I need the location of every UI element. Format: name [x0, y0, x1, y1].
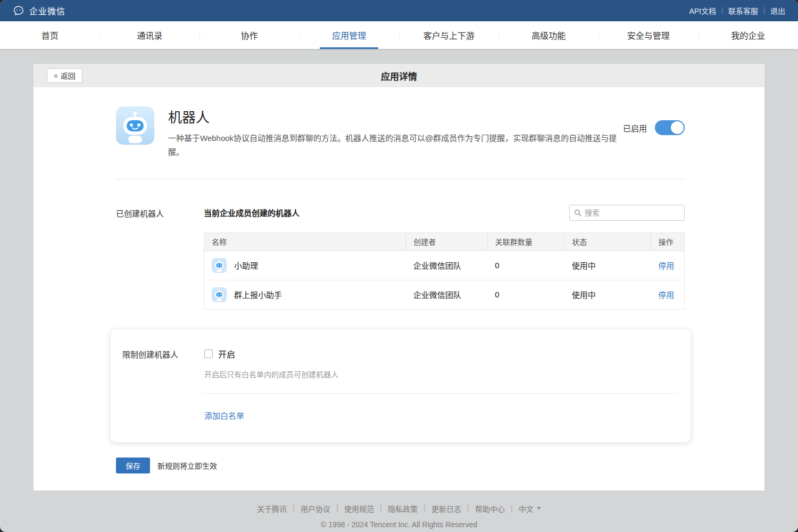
- app-detail-panel: 机器人 一种基于Webhook协议自动推消息到群聊的方法。机器人推送的消息可以@…: [34, 87, 764, 491]
- restrict-label: 限制创建机器人: [117, 347, 204, 421]
- language-selector[interactable]: 中文: [512, 503, 548, 514]
- disable-robot-link[interactable]: 停用: [658, 261, 674, 270]
- restrict-creation-card: 限制创建机器人 开启 开启后只有白名单内的成员可创建机器人 添加白名单: [110, 329, 691, 443]
- table-row: 群上报小助手 企业微信团队 0 使用中 停用: [204, 280, 685, 309]
- page-title: 应用详情: [34, 69, 764, 82]
- created-robots-label: 已创建机器人: [116, 205, 204, 310]
- nav-item-security-management[interactable]: 安全与管理: [598, 21, 699, 49]
- robots-table: 名称 创建者 关联群数量 状态 操作: [204, 232, 685, 310]
- restrict-checkbox-row: 开启: [204, 347, 677, 360]
- brand-name: 企业微信: [29, 4, 65, 17]
- created-robots-title: 当前企业成员创建的机器人: [204, 207, 300, 218]
- robot-linked-groups: 0: [487, 280, 564, 309]
- footer-links: 关于腾讯 用户协议 使用规范 隐私政策 更新日志 帮助中心 中文: [34, 503, 764, 514]
- footer-link-privacy-policy[interactable]: 隐私政策: [381, 503, 425, 514]
- robot-creator: 企业微信团队: [406, 280, 488, 309]
- save-button[interactable]: 保存: [116, 458, 150, 473]
- detail-header-bar: « 返回 应用详情: [34, 64, 764, 87]
- topbar: 企业微信 API文档 联系客服 退出: [0, 0, 798, 21]
- footer-link-usage-rules[interactable]: 使用规范: [337, 503, 381, 514]
- header-status: 状态: [564, 232, 651, 251]
- divider: [204, 393, 677, 394]
- robot-app-icon: [116, 106, 154, 145]
- robot-name: 群上报小助手: [234, 289, 282, 300]
- search-input[interactable]: [585, 209, 681, 217]
- header-creator: 创建者: [406, 232, 488, 251]
- robot-avatar-icon: [212, 258, 227, 273]
- robot-name-cell: 群上报小助手: [212, 287, 398, 302]
- header-linked-groups: 关联群数量: [487, 232, 564, 251]
- nav-item-customers[interactable]: 客户与上下游: [399, 21, 499, 49]
- search-box[interactable]: [569, 205, 685, 221]
- nav-item-advanced-features[interactable]: 高级功能: [499, 21, 599, 49]
- search-icon: [574, 209, 581, 217]
- add-whitelist-link[interactable]: 添加白名单: [204, 410, 244, 421]
- robot-status: 使用中: [564, 251, 651, 280]
- created-robots-section: 已创建机器人 当前企业成员创建的机器人: [116, 205, 685, 310]
- back-chevron-icon: «: [54, 71, 58, 80]
- nav-item-home[interactable]: 首页: [0, 21, 100, 49]
- app-header: 机器人 一种基于Webhook协议自动推消息到群聊的方法。机器人推送的消息可以@…: [116, 106, 685, 160]
- robot-avatar-icon: [212, 287, 227, 302]
- app-name: 机器人: [168, 106, 618, 126]
- app-status: 已启用: [623, 106, 685, 135]
- topbar-link-api-docs[interactable]: API文档: [683, 5, 722, 16]
- content-area: « 返回 应用详情: [0, 49, 798, 532]
- nav-item-my-enterprise[interactable]: 我的企业: [699, 21, 798, 49]
- created-robots-head: 当前企业成员创建的机器人: [204, 205, 685, 221]
- chevron-down-icon: [537, 507, 541, 510]
- robot-name-cell: 小助理: [212, 258, 398, 273]
- robots-table-header-row: 名称 创建者 关联群数量 状态 操作: [204, 232, 685, 251]
- restrict-hint: 开启后只有白名单内的成员可创建机器人: [204, 369, 677, 379]
- robot-linked-groups: 0: [487, 251, 564, 280]
- back-button[interactable]: « 返回: [47, 68, 82, 83]
- robot-status: 使用中: [564, 280, 651, 309]
- nav-item-collaboration[interactable]: 协作: [200, 21, 300, 49]
- enable-restriction-checkbox[interactable]: [204, 350, 213, 358]
- app-description: 一种基于Webhook协议自动推消息到群聊的方法。机器人推送的消息可以@群成员作…: [168, 131, 618, 160]
- back-button-label: 返回: [61, 70, 76, 81]
- divider: [116, 179, 685, 179]
- topbar-links: API文档 联系客服 退出: [683, 5, 785, 16]
- app-info: 机器人 一种基于Webhook协议自动推消息到群聊的方法。机器人推送的消息可以@…: [168, 106, 618, 160]
- robot-name: 小助理: [234, 260, 258, 271]
- footer-link-about-tencent[interactable]: 关于腾讯: [250, 503, 294, 514]
- save-row: 保存 新规则将立即生效: [116, 458, 685, 473]
- header-name: 名称: [204, 232, 406, 251]
- footer: 关于腾讯 用户协议 使用规范 隐私政策 更新日志 帮助中心 中文 © 1998 …: [34, 491, 764, 532]
- topbar-link-contact-support[interactable]: 联系客服: [722, 5, 764, 16]
- footer-link-user-agreement[interactable]: 用户协议: [294, 503, 337, 514]
- toggle-knob-icon: [671, 121, 684, 134]
- footer-link-help-center[interactable]: 帮助中心: [468, 503, 512, 514]
- status-label: 已启用: [623, 122, 647, 134]
- created-robots-body: 当前企业成员创建的机器人: [204, 205, 685, 310]
- nav-item-contacts[interactable]: 通讯录: [100, 21, 200, 49]
- nav-item-app-management[interactable]: 应用管理: [300, 21, 400, 49]
- restrict-body: 开启 开启后只有白名单内的成员可创建机器人 添加白名单: [204, 347, 677, 421]
- primary-nav: 首页 通讯录 协作 应用管理 客户与上下游 高级功能 安全与管理 我的企业: [0, 21, 798, 49]
- app-window: 企业微信 API文档 联系客服 退出 首页 通讯录 协作 应用管理 客户与上下游…: [0, 0, 798, 532]
- wechat-work-logo-icon: [13, 5, 24, 16]
- brand: 企业微信: [13, 4, 65, 17]
- copyright: © 1998 - 2024 Tencent Inc. All Rights Re…: [34, 520, 764, 529]
- robot-creator: 企业微信团队: [406, 251, 488, 280]
- table-row: 小助理 企业微信团队 0 使用中 停用: [204, 251, 685, 280]
- enable-toggle[interactable]: [655, 120, 685, 135]
- language-label: 中文: [519, 503, 534, 514]
- header-action: 操作: [651, 232, 684, 251]
- enable-restriction-label[interactable]: 开启: [218, 347, 235, 360]
- disable-robot-link[interactable]: 停用: [658, 290, 674, 300]
- save-note: 新规则将立即生效: [157, 460, 217, 471]
- topbar-link-logout[interactable]: 退出: [764, 5, 785, 16]
- footer-link-changelog[interactable]: 更新日志: [425, 503, 468, 514]
